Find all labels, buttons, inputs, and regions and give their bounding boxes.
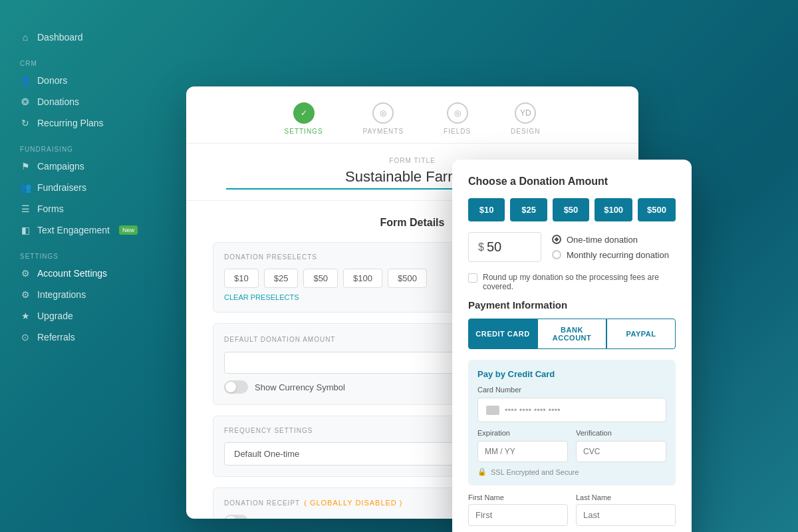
new-badge: New — [119, 225, 138, 235]
donation-options: One-time donation Monthly recurring dona… — [552, 235, 669, 260]
currency-toggle-label: Show Currency Symbol — [255, 382, 345, 392]
amount-btn-100[interactable]: $100 — [595, 198, 632, 221]
integrations-icon: ⚙ — [20, 289, 31, 300]
last-name-half: Last Name — [576, 493, 676, 526]
last-name-label: Last Name — [576, 493, 676, 501]
sidebar-item-text-engagement[interactable]: ◧ Text Engagement New — [20, 219, 200, 241]
step-label-design: DESIGN — [511, 128, 540, 135]
sidebar-item-account-settings[interactable]: ⚙ Account Settings — [20, 263, 200, 284]
crm-section-label: CRM — [20, 60, 200, 67]
lock-icon: 🔒 — [477, 467, 487, 476]
cc-expiry-cvv-row: Expiration Verification — [477, 429, 666, 462]
sidebar-item-donors[interactable]: 👤 Donors — [20, 70, 200, 91]
step-fields[interactable]: ◎ FIELDS — [444, 102, 471, 135]
preselect-100[interactable]: $100 — [343, 269, 382, 288]
preselect-10[interactable]: $10 — [224, 269, 259, 288]
step-label-payments: PAYMENTS — [363, 128, 404, 135]
sidebar: ⌂ Dashboard CRM 👤 Donors ❂ Donations ↻ R… — [0, 0, 200, 532]
preselect-25[interactable]: $25 — [264, 269, 299, 288]
card-number-label: Card Number — [477, 386, 666, 394]
ssl-label: SSL Encrypted and Secure — [491, 468, 579, 476]
roundup-checkbox[interactable] — [468, 273, 477, 283]
card-chip-icon — [486, 406, 499, 415]
sidebar-item-upgrade[interactable]: ★ Upgrade — [20, 305, 200, 327]
globally-disabled-badge: ( Globally disabled ) — [304, 499, 402, 507]
step-settings[interactable]: ✓ SETTINGS — [285, 102, 323, 135]
fundraisers-icon: 👥 — [20, 182, 31, 193]
settings-icon: ⚙ — [20, 268, 31, 279]
one-time-radio[interactable] — [552, 235, 561, 244]
custom-amount-input[interactable]: $ 50 — [468, 232, 541, 262]
sidebar-item-donations[interactable]: ❂ Donations — [20, 91, 200, 112]
credit-card-section: Pay by Credit Card Card Number •••• ••••… — [468, 360, 676, 485]
heart-icon: ❂ — [20, 96, 31, 107]
receipt-toggle[interactable] — [224, 515, 248, 519]
cvv-half: Verification — [576, 429, 666, 462]
amount-btn-10[interactable]: $10 — [468, 198, 505, 221]
expiry-input[interactable] — [477, 441, 568, 462]
text-icon: ◧ — [20, 225, 31, 235]
campaigns-icon: ⚑ — [20, 161, 31, 172]
paypal-button[interactable]: PAYPAL — [606, 319, 676, 349]
amount-btn-500[interactable]: $500 — [638, 198, 676, 221]
sidebar-item-fundraisers[interactable]: 👥 Fundraisers — [20, 177, 200, 198]
home-icon: ⌂ — [20, 32, 31, 43]
step-design[interactable]: YD DESIGN — [511, 102, 540, 135]
fundraising-section-label: FUNDRAISING — [20, 146, 200, 153]
preselect-500[interactable]: $500 — [388, 269, 427, 288]
payment-method-buttons: CREDIT CARD BANK ACCOUNT PAYPAL — [468, 319, 676, 349]
monthly-option[interactable]: Monthly recurring donation — [552, 250, 669, 260]
card-number-placeholder: •••• •••• •••• •••• — [505, 405, 561, 415]
card-number-input[interactable]: •••• •••• •••• •••• — [477, 398, 666, 422]
custom-amount-row: $ 50 One-time donation Monthly recurring… — [468, 232, 676, 262]
upgrade-icon: ★ — [20, 311, 31, 321]
sidebar-item-integrations[interactable]: ⚙ Integrations — [20, 284, 200, 305]
step-circle-settings: ✓ — [293, 102, 315, 124]
first-name-label: First Name — [468, 493, 568, 501]
roundup-label: Round up my donation so the processing f… — [483, 273, 676, 291]
sidebar-item-forms[interactable]: ☰ Forms — [20, 198, 200, 219]
cvv-input[interactable] — [576, 441, 666, 462]
name-row: First Name Last Name — [468, 493, 676, 526]
sidebar-item-dashboard[interactable]: ⌂ Dashboard — [20, 27, 200, 48]
ssl-row: 🔒 SSL Encrypted and Secure — [477, 467, 666, 476]
sidebar-item-recurring-plans[interactable]: ↻ Recurring Plans — [20, 112, 200, 134]
expiry-label: Expiration — [477, 429, 568, 437]
person-icon: 👤 — [20, 75, 31, 86]
preselect-50[interactable]: $50 — [303, 269, 338, 288]
recurring-icon: ↻ — [20, 118, 31, 128]
dollar-sign: $ — [478, 241, 484, 253]
monthly-radio[interactable] — [552, 250, 561, 259]
bank-account-button[interactable]: BANK ACCOUNT — [537, 319, 606, 349]
step-label-settings: SETTINGS — [285, 128, 323, 135]
settings-section-label: SETTINGS — [20, 253, 200, 260]
wizard-steps: ✓ SETTINGS ◎ PAYMENTS ◎ FIELDS YD DESIGN — [186, 86, 638, 144]
preview-card-title: Choose a Donation Amount — [468, 176, 676, 188]
cvv-label: Verification — [576, 429, 666, 437]
step-circle-payments: ◎ — [372, 102, 394, 124]
sidebar-item-referrals[interactable]: ⊙ Referrals — [20, 327, 200, 348]
credit-card-button[interactable]: CREDIT CARD — [468, 319, 537, 349]
step-circle-fields: ◎ — [447, 102, 468, 124]
first-name-half: First Name — [468, 493, 568, 526]
receipt-toggle-label: Send a Donation Receipt — [255, 517, 351, 519]
step-label-fields: FIELDS — [444, 128, 471, 135]
one-time-option[interactable]: One-time donation — [552, 235, 669, 245]
custom-amount-value: 50 — [487, 239, 501, 255]
last-name-input[interactable] — [576, 504, 676, 526]
step-circle-design: YD — [515, 102, 536, 124]
first-name-input[interactable] — [468, 504, 568, 526]
payment-info-title: Payment Information — [468, 299, 676, 311]
forms-icon: ☰ — [20, 203, 31, 214]
sidebar-item-campaigns[interactable]: ⚑ Campaigns — [20, 156, 200, 177]
amount-btn-50[interactable]: $50 — [553, 198, 589, 221]
cc-section-title: Pay by Credit Card — [477, 369, 666, 379]
currency-toggle[interactable] — [224, 380, 248, 394]
step-payments[interactable]: ◎ PAYMENTS — [363, 102, 404, 135]
amount-btn-25[interactable]: $25 — [510, 198, 547, 221]
expiry-half: Expiration — [477, 429, 568, 462]
preview-card: Choose a Donation Amount $10 $25 $50 $10… — [452, 160, 692, 532]
amount-buttons: $10 $25 $50 $100 $500 — [468, 198, 676, 221]
referrals-icon: ⊙ — [20, 332, 31, 342]
roundup-row: Round up my donation so the processing f… — [468, 273, 676, 291]
